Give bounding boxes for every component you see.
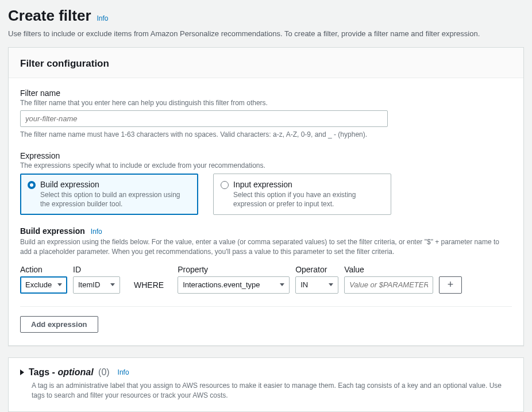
- divider: [20, 306, 512, 307]
- page-description: Use filters to include or exclude items …: [8, 29, 524, 38]
- value-input[interactable]: [344, 276, 433, 294]
- id-select-value: ItemID: [78, 280, 100, 289]
- tags-description: A tag is an administrative label that yo…: [32, 381, 512, 401]
- expression-builder-row: Action Exclude ID ItemID WHERE Property: [20, 265, 512, 294]
- plus-icon: +: [448, 279, 454, 291]
- radio-input-title: Input expression: [233, 180, 384, 189]
- filter-name-input[interactable]: [20, 110, 388, 127]
- chevron-down-icon: [57, 283, 62, 286]
- radio-dot-icon: [221, 181, 229, 189]
- col-label-action: Action: [20, 265, 67, 274]
- expression-label: Expression: [20, 151, 512, 160]
- expression-hint: The expressions specify what to include …: [20, 161, 512, 170]
- property-select[interactable]: Interactions.event_type: [178, 276, 290, 294]
- col-label-operator: Operator: [295, 265, 338, 274]
- filter-name-label: Filter name: [20, 88, 512, 98]
- id-select[interactable]: ItemID: [73, 276, 120, 294]
- radio-build-title: Build expression: [40, 180, 191, 189]
- col-label-value: Value: [344, 265, 433, 274]
- col-label-id: ID: [73, 265, 120, 274]
- tags-title-text: Tags -: [29, 367, 57, 377]
- where-keyword: WHERE: [126, 276, 172, 294]
- panel-title: Filter configuration: [20, 58, 512, 70]
- operator-select-value: IN: [300, 280, 308, 289]
- add-expression-button[interactable]: Add expression: [20, 316, 98, 333]
- filter-config-panel: Filter configuration Filter name The fil…: [8, 47, 524, 346]
- build-expression-title: Build expression Info: [20, 226, 512, 236]
- property-select-value: Interactions.event_type: [183, 280, 260, 289]
- action-select[interactable]: Exclude: [20, 276, 67, 294]
- radio-dot-icon: [28, 181, 36, 189]
- radio-build-expression[interactable]: Build expression Select this option to b…: [20, 174, 198, 215]
- page-title: Create filter: [8, 7, 91, 25]
- build-expression-info-link[interactable]: Info: [91, 228, 102, 236]
- tags-info-link[interactable]: Info: [118, 368, 129, 376]
- build-expression-hint: Build an expression using the fields bel…: [20, 237, 512, 257]
- build-expression-title-text: Build expression: [20, 226, 85, 236]
- chevron-down-icon: [110, 283, 115, 286]
- add-condition-button[interactable]: +: [439, 276, 462, 294]
- page-info-link[interactable]: Info: [97, 14, 108, 22]
- tags-count: (0): [98, 367, 110, 377]
- expand-arrow-icon[interactable]: [20, 369, 24, 375]
- radio-build-desc: Select this option to build an expressio…: [40, 190, 191, 209]
- operator-select[interactable]: IN: [295, 276, 338, 294]
- chevron-down-icon: [329, 283, 333, 286]
- action-select-value: Exclude: [25, 280, 52, 289]
- tags-optional-text: optional: [57, 367, 93, 377]
- radio-input-desc: Select this option if you have an existi…: [233, 190, 384, 209]
- radio-input-expression[interactable]: Input expression Select this option if y…: [213, 174, 391, 215]
- panel-header: Filter configuration: [9, 48, 523, 78]
- chevron-down-icon: [280, 283, 284, 286]
- tags-title: Tags - optional (0): [29, 367, 110, 378]
- filter-name-constraint: The filter name name must have 1-63 char…: [20, 130, 512, 138]
- col-label-property: Property: [178, 265, 290, 274]
- filter-name-hint: The filter name that you enter here can …: [20, 99, 512, 107]
- tags-panel: Tags - optional (0) Info A tag is an adm…: [8, 357, 524, 412]
